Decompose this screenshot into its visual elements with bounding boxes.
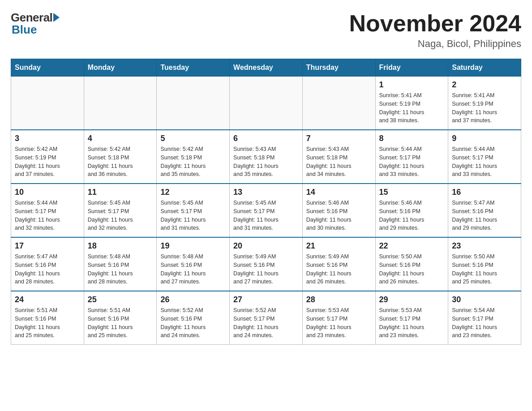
calendar-cell: 11Sunrise: 5:45 AMSunset: 5:17 PMDayligh… [84,184,157,237]
calendar-cell: 22Sunrise: 5:50 AMSunset: 5:16 PMDayligh… [375,237,448,291]
day-info: Sunrise: 5:52 AMSunset: 5:17 PMDaylight:… [233,306,299,340]
calendar-week-2: 3Sunrise: 5:42 AMSunset: 5:19 PMDaylight… [11,130,521,184]
day-info: Sunrise: 5:45 AMSunset: 5:17 PMDaylight:… [88,199,153,232]
day-number: 24 [15,295,80,304]
day-info: Sunrise: 5:43 AMSunset: 5:18 PMDaylight:… [306,145,372,179]
day-number: 19 [160,241,226,251]
calendar-cell: 4Sunrise: 5:42 AMSunset: 5:18 PMDaylight… [84,130,157,184]
calendar-cell [230,77,303,130]
day-info: Sunrise: 5:50 AMSunset: 5:16 PMDaylight:… [379,253,445,286]
calendar-cell: 27Sunrise: 5:52 AMSunset: 5:17 PMDayligh… [230,291,303,345]
day-info: Sunrise: 5:44 AMSunset: 5:17 PMDaylight:… [379,145,445,179]
day-number: 10 [15,188,80,197]
calendar-week-4: 17Sunrise: 5:47 AMSunset: 5:16 PMDayligh… [11,237,521,291]
month-title: November 2024 [349,11,521,36]
day-number: 13 [233,188,299,197]
calendar-header-sunday: Sunday [11,59,84,77]
day-info: Sunrise: 5:47 AMSunset: 5:16 PMDaylight:… [15,253,80,286]
day-info: Sunrise: 5:52 AMSunset: 5:16 PMDaylight:… [160,306,226,340]
day-number: 5 [160,134,226,143]
calendar-cell [84,77,157,130]
day-number: 11 [88,188,153,197]
day-info: Sunrise: 5:50 AMSunset: 5:16 PMDaylight:… [452,253,517,286]
calendar-cell [157,77,230,130]
day-number: 18 [88,241,153,251]
calendar-header-saturday: Saturday [448,59,521,77]
page-header: General Blue November 2024 Naga, Bicol, … [11,11,521,50]
calendar-cell: 21Sunrise: 5:49 AMSunset: 5:16 PMDayligh… [302,237,375,291]
calendar-header-friday: Friday [375,59,448,77]
day-info: Sunrise: 5:42 AMSunset: 5:18 PMDaylight:… [160,145,226,179]
day-number: 4 [88,134,153,143]
day-number: 9 [452,134,517,143]
day-number: 14 [306,188,372,197]
calendar-week-3: 10Sunrise: 5:44 AMSunset: 5:17 PMDayligh… [11,184,521,237]
calendar-cell: 26Sunrise: 5:52 AMSunset: 5:16 PMDayligh… [157,291,230,345]
calendar-cell: 23Sunrise: 5:50 AMSunset: 5:16 PMDayligh… [448,237,521,291]
calendar-cell: 17Sunrise: 5:47 AMSunset: 5:16 PMDayligh… [11,237,84,291]
calendar-header-thursday: Thursday [302,59,375,77]
calendar-cell [302,77,375,130]
day-number: 25 [88,295,153,304]
day-info: Sunrise: 5:41 AMSunset: 5:19 PMDaylight:… [379,91,445,125]
calendar-week-5: 24Sunrise: 5:51 AMSunset: 5:16 PMDayligh… [11,291,521,345]
calendar-cell: 14Sunrise: 5:46 AMSunset: 5:16 PMDayligh… [302,184,375,237]
calendar-header-wednesday: Wednesday [230,59,303,77]
calendar-cell: 1Sunrise: 5:41 AMSunset: 5:19 PMDaylight… [375,77,448,130]
logo-arrow-icon [53,13,60,22]
day-info: Sunrise: 5:45 AMSunset: 5:17 PMDaylight:… [233,199,299,232]
day-number: 15 [379,188,445,197]
calendar-cell: 2Sunrise: 5:41 AMSunset: 5:19 PMDaylight… [448,77,521,130]
calendar-cell: 24Sunrise: 5:51 AMSunset: 5:16 PMDayligh… [11,291,84,345]
day-info: Sunrise: 5:49 AMSunset: 5:16 PMDaylight:… [233,253,299,286]
calendar-cell: 12Sunrise: 5:45 AMSunset: 5:17 PMDayligh… [157,184,230,237]
day-info: Sunrise: 5:51 AMSunset: 5:16 PMDaylight:… [88,306,153,340]
day-number: 29 [379,295,445,304]
calendar-header-monday: Monday [84,59,157,77]
day-number: 16 [452,188,517,197]
calendar-cell: 10Sunrise: 5:44 AMSunset: 5:17 PMDayligh… [11,184,84,237]
calendar-cell: 8Sunrise: 5:44 AMSunset: 5:17 PMDaylight… [375,130,448,184]
title-section: November 2024 Naga, Bicol, Philippines [349,11,521,50]
day-number: 22 [379,241,445,251]
day-info: Sunrise: 5:54 AMSunset: 5:17 PMDaylight:… [452,306,517,340]
day-info: Sunrise: 5:46 AMSunset: 5:16 PMDaylight:… [306,199,372,232]
day-info: Sunrise: 5:47 AMSunset: 5:16 PMDaylight:… [452,199,517,232]
day-number: 2 [452,80,517,90]
calendar-cell: 6Sunrise: 5:43 AMSunset: 5:18 PMDaylight… [230,130,303,184]
calendar-week-1: 1Sunrise: 5:41 AMSunset: 5:19 PMDaylight… [11,77,521,130]
day-info: Sunrise: 5:43 AMSunset: 5:18 PMDaylight:… [233,145,299,179]
day-number: 28 [306,295,372,304]
day-number: 3 [15,134,80,143]
calendar-cell: 18Sunrise: 5:48 AMSunset: 5:16 PMDayligh… [84,237,157,291]
day-info: Sunrise: 5:41 AMSunset: 5:19 PMDaylight:… [452,91,517,125]
calendar-cell: 13Sunrise: 5:45 AMSunset: 5:17 PMDayligh… [230,184,303,237]
day-number: 30 [452,295,517,304]
logo: General Blue [11,11,60,37]
day-info: Sunrise: 5:49 AMSunset: 5:16 PMDaylight:… [306,253,372,286]
day-info: Sunrise: 5:46 AMSunset: 5:16 PMDaylight:… [379,199,445,232]
location-text: Naga, Bicol, Philippines [349,38,521,50]
day-number: 23 [452,241,517,251]
day-info: Sunrise: 5:48 AMSunset: 5:16 PMDaylight:… [88,253,153,286]
calendar-cell: 3Sunrise: 5:42 AMSunset: 5:19 PMDaylight… [11,130,84,184]
day-info: Sunrise: 5:44 AMSunset: 5:17 PMDaylight:… [452,145,517,179]
day-number: 7 [306,134,372,143]
day-number: 26 [160,295,226,304]
calendar-header-tuesday: Tuesday [157,59,230,77]
calendar-cell: 30Sunrise: 5:54 AMSunset: 5:17 PMDayligh… [448,291,521,345]
day-number: 21 [306,241,372,251]
calendar-cell: 9Sunrise: 5:44 AMSunset: 5:17 PMDaylight… [448,130,521,184]
day-info: Sunrise: 5:53 AMSunset: 5:17 PMDaylight:… [379,306,445,340]
calendar-cell: 5Sunrise: 5:42 AMSunset: 5:18 PMDaylight… [157,130,230,184]
day-info: Sunrise: 5:45 AMSunset: 5:17 PMDaylight:… [160,199,226,232]
logo-blue-text: Blue [12,23,37,37]
day-info: Sunrise: 5:48 AMSunset: 5:16 PMDaylight:… [160,253,226,286]
day-number: 20 [233,241,299,251]
day-info: Sunrise: 5:51 AMSunset: 5:16 PMDaylight:… [15,306,80,340]
calendar-header-row: SundayMondayTuesdayWednesdayThursdayFrid… [11,59,521,77]
calendar-cell: 7Sunrise: 5:43 AMSunset: 5:18 PMDaylight… [302,130,375,184]
calendar-cell: 20Sunrise: 5:49 AMSunset: 5:16 PMDayligh… [230,237,303,291]
calendar-cell: 15Sunrise: 5:46 AMSunset: 5:16 PMDayligh… [375,184,448,237]
day-number: 17 [15,241,80,251]
